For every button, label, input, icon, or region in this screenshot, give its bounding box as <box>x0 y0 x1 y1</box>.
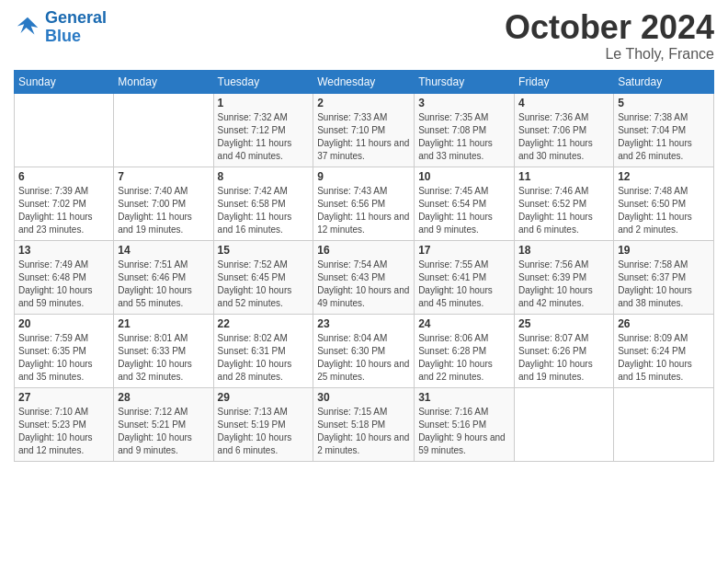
day-number: 29 <box>218 391 310 404</box>
day-number: 17 <box>418 244 510 257</box>
svg-marker-0 <box>17 17 39 35</box>
day-info: Sunrise: 7:36 AMSunset: 7:06 PMDaylight:… <box>518 111 609 163</box>
day-number: 25 <box>518 317 609 330</box>
day-number: 13 <box>18 244 109 257</box>
calendar-day-cell: 5Sunrise: 7:38 AMSunset: 7:04 PMDaylight… <box>614 93 714 167</box>
day-info: Sunrise: 8:06 AMSunset: 6:28 PMDaylight:… <box>418 332 510 384</box>
calendar-day-cell: 11Sunrise: 7:46 AMSunset: 6:52 PMDayligh… <box>515 167 614 240</box>
day-number: 3 <box>418 97 510 109</box>
logo-text: General Blue <box>45 9 107 46</box>
day-number: 28 <box>118 391 209 404</box>
calendar-week-row: 6Sunrise: 7:39 AMSunset: 7:02 PMDaylight… <box>15 167 714 240</box>
day-number: 21 <box>118 317 209 330</box>
day-info: Sunrise: 7:15 AMSunset: 5:18 PMDaylight:… <box>317 406 410 457</box>
calendar-header-cell: Friday <box>515 70 614 93</box>
calendar-week-row: 1Sunrise: 7:32 AMSunset: 7:12 PMDaylight… <box>15 93 714 167</box>
day-info: Sunrise: 7:10 AMSunset: 5:23 PMDaylight:… <box>18 406 109 457</box>
day-info: Sunrise: 7:40 AMSunset: 7:00 PMDaylight:… <box>118 185 209 236</box>
calendar-day-cell: 21Sunrise: 8:01 AMSunset: 6:33 PMDayligh… <box>114 314 213 387</box>
day-number: 31 <box>418 391 510 404</box>
day-number: 4 <box>518 97 609 109</box>
calendar-day-cell: 13Sunrise: 7:49 AMSunset: 6:48 PMDayligh… <box>15 240 114 314</box>
day-info: Sunrise: 7:33 AMSunset: 7:10 PMDaylight:… <box>317 111 410 163</box>
day-number: 10 <box>418 170 510 183</box>
day-number: 12 <box>618 170 710 183</box>
calendar-day-cell: 25Sunrise: 8:07 AMSunset: 6:26 PMDayligh… <box>515 314 614 387</box>
calendar-day-cell <box>114 93 213 167</box>
day-info: Sunrise: 7:54 AMSunset: 6:43 PMDaylight:… <box>317 259 410 310</box>
calendar-day-cell: 19Sunrise: 7:58 AMSunset: 6:37 PMDayligh… <box>614 240 714 314</box>
day-number: 27 <box>18 391 109 404</box>
calendar-day-cell <box>515 387 614 461</box>
calendar-day-cell: 20Sunrise: 7:59 AMSunset: 6:35 PMDayligh… <box>15 314 114 387</box>
day-number: 18 <box>518 244 609 257</box>
calendar-day-cell: 16Sunrise: 7:54 AMSunset: 6:43 PMDayligh… <box>313 240 415 314</box>
day-info: Sunrise: 8:02 AMSunset: 6:31 PMDaylight:… <box>218 332 310 384</box>
day-info: Sunrise: 7:16 AMSunset: 5:16 PMDaylight:… <box>418 406 510 457</box>
day-info: Sunrise: 8:07 AMSunset: 6:26 PMDaylight:… <box>518 332 609 384</box>
day-info: Sunrise: 7:43 AMSunset: 6:56 PMDaylight:… <box>317 185 410 236</box>
day-info: Sunrise: 7:56 AMSunset: 6:39 PMDaylight:… <box>518 259 609 310</box>
calendar-day-cell: 6Sunrise: 7:39 AMSunset: 7:02 PMDaylight… <box>15 167 114 240</box>
calendar-week-row: 27Sunrise: 7:10 AMSunset: 5:23 PMDayligh… <box>15 387 714 461</box>
calendar-day-cell: 31Sunrise: 7:16 AMSunset: 5:16 PMDayligh… <box>415 387 515 461</box>
day-info: Sunrise: 8:09 AMSunset: 6:24 PMDaylight:… <box>618 332 710 384</box>
calendar-week-row: 13Sunrise: 7:49 AMSunset: 6:48 PMDayligh… <box>15 240 714 314</box>
calendar-day-cell: 4Sunrise: 7:36 AMSunset: 7:06 PMDaylight… <box>515 93 614 167</box>
header: General Blue October 2024 Le Tholy, Fran… <box>14 9 714 63</box>
calendar-week-row: 20Sunrise: 7:59 AMSunset: 6:35 PMDayligh… <box>15 314 714 387</box>
day-info: Sunrise: 7:12 AMSunset: 5:21 PMDaylight:… <box>118 406 209 457</box>
day-number: 15 <box>218 244 310 257</box>
calendar-header-cell: Saturday <box>614 70 714 93</box>
calendar-day-cell: 2Sunrise: 7:33 AMSunset: 7:10 PMDaylight… <box>313 93 415 167</box>
day-number: 23 <box>317 317 410 330</box>
calendar-day-cell: 18Sunrise: 7:56 AMSunset: 6:39 PMDayligh… <box>515 240 614 314</box>
location: Le Tholy, France <box>505 46 714 63</box>
title-block: October 2024 Le Tholy, France <box>505 9 714 63</box>
day-number: 20 <box>18 317 109 330</box>
day-number: 14 <box>118 244 209 257</box>
page: General Blue October 2024 Le Tholy, Fran… <box>0 0 728 471</box>
day-number: 8 <box>218 170 310 183</box>
calendar-day-cell: 27Sunrise: 7:10 AMSunset: 5:23 PMDayligh… <box>15 387 114 461</box>
logo-line1: General <box>45 8 107 27</box>
calendar-day-cell: 7Sunrise: 7:40 AMSunset: 7:00 PMDaylight… <box>114 167 213 240</box>
calendar-day-cell: 24Sunrise: 8:06 AMSunset: 6:28 PMDayligh… <box>415 314 515 387</box>
calendar-header-cell: Sunday <box>15 70 114 93</box>
day-number: 24 <box>418 317 510 330</box>
day-info: Sunrise: 7:49 AMSunset: 6:48 PMDaylight:… <box>18 259 109 310</box>
calendar-day-cell: 28Sunrise: 7:12 AMSunset: 5:21 PMDayligh… <box>114 387 213 461</box>
day-number: 30 <box>317 391 410 404</box>
calendar-header-cell: Thursday <box>415 70 515 93</box>
calendar-day-cell <box>614 387 714 461</box>
calendar-day-cell: 12Sunrise: 7:48 AMSunset: 6:50 PMDayligh… <box>614 167 714 240</box>
day-info: Sunrise: 7:48 AMSunset: 6:50 PMDaylight:… <box>618 185 710 236</box>
calendar-day-cell: 17Sunrise: 7:55 AMSunset: 6:41 PMDayligh… <box>415 240 515 314</box>
calendar-day-cell: 15Sunrise: 7:52 AMSunset: 6:45 PMDayligh… <box>213 240 313 314</box>
day-info: Sunrise: 7:38 AMSunset: 7:04 PMDaylight:… <box>618 111 710 163</box>
logo-line2: Blue <box>45 27 81 45</box>
day-number: 5 <box>618 97 710 109</box>
day-info: Sunrise: 7:32 AMSunset: 7:12 PMDaylight:… <box>218 111 310 163</box>
calendar-day-cell: 23Sunrise: 8:04 AMSunset: 6:30 PMDayligh… <box>313 314 415 387</box>
day-info: Sunrise: 7:35 AMSunset: 7:08 PMDaylight:… <box>418 111 510 163</box>
day-info: Sunrise: 7:58 AMSunset: 6:37 PMDaylight:… <box>618 259 710 310</box>
calendar-day-cell: 1Sunrise: 7:32 AMSunset: 7:12 PMDaylight… <box>213 93 313 167</box>
logo: General Blue <box>14 9 107 46</box>
day-number: 16 <box>317 244 410 257</box>
calendar-header-cell: Wednesday <box>313 70 415 93</box>
day-info: Sunrise: 8:04 AMSunset: 6:30 PMDaylight:… <box>317 332 410 384</box>
day-info: Sunrise: 7:45 AMSunset: 6:54 PMDaylight:… <box>418 185 510 236</box>
day-info: Sunrise: 7:13 AMSunset: 5:19 PMDaylight:… <box>218 406 310 457</box>
calendar-day-cell: 3Sunrise: 7:35 AMSunset: 7:08 PMDaylight… <box>415 93 515 167</box>
day-info: Sunrise: 7:52 AMSunset: 6:45 PMDaylight:… <box>218 259 310 310</box>
day-number: 11 <box>518 170 609 183</box>
calendar-table: SundayMondayTuesdayWednesdayThursdayFrid… <box>14 70 714 462</box>
day-info: Sunrise: 7:39 AMSunset: 7:02 PMDaylight:… <box>18 185 109 236</box>
calendar-day-cell: 26Sunrise: 8:09 AMSunset: 6:24 PMDayligh… <box>614 314 714 387</box>
calendar-day-cell <box>15 93 114 167</box>
day-info: Sunrise: 8:01 AMSunset: 6:33 PMDaylight:… <box>118 332 209 384</box>
calendar-day-cell: 9Sunrise: 7:43 AMSunset: 6:56 PMDaylight… <box>313 167 415 240</box>
day-number: 2 <box>317 97 410 109</box>
day-number: 7 <box>118 170 209 183</box>
